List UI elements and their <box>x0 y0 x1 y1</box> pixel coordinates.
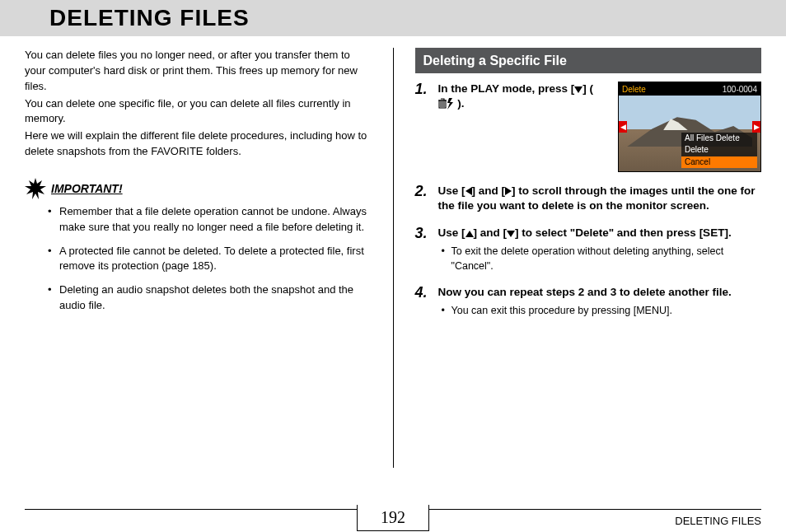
footer: 192 DELETING FILES <box>25 509 761 527</box>
important-label: IMPORTANT! <box>51 180 123 197</box>
intro-p2: You can delete one specific file, or you… <box>25 96 372 128</box>
step-1: 1. In the PLAY mode, press [] ( ). Delet… <box>415 82 762 172</box>
page-number: 192 <box>357 505 429 531</box>
intro-p3: Here we will explain the different file … <box>25 128 372 160</box>
important-item: Deleting an audio snapshot deletes both … <box>48 282 372 314</box>
cam-menu-item: Delete <box>681 144 757 156</box>
burst-icon <box>25 178 46 199</box>
up-triangle-icon <box>466 231 474 237</box>
important-box: IMPORTANT! Remember that a file delete o… <box>25 178 372 314</box>
intro-text: You can delete files you no longer need,… <box>25 48 372 160</box>
step2-instruction: Use [] and [] to scroll through the imag… <box>438 184 762 213</box>
important-list: Remember that a file delete operation ca… <box>25 204 372 314</box>
step-3: 3. Use [] and [] to select "Delete" and … <box>415 226 762 273</box>
cam-next-icon: ▶ <box>752 121 760 133</box>
step-number: 4. <box>415 285 432 318</box>
left-triangle-icon <box>466 187 472 195</box>
step1-instruction: In the PLAY mode, press [] ( ). <box>438 82 606 111</box>
step4-note: You can exit this procedure by pressing … <box>442 303 762 318</box>
page-title: DELETING FILES <box>16 5 770 31</box>
step-number: 1. <box>415 82 432 172</box>
step-4: 4. Now you can repeat steps 2 and 3 to d… <box>415 285 762 318</box>
svg-marker-0 <box>25 178 46 199</box>
important-item: Remember that a file delete operation ca… <box>48 204 372 236</box>
footer-label: DELETING FILES <box>675 515 761 527</box>
trash-lightning-icon <box>438 97 455 110</box>
section-heading: Deleting a Specific File <box>415 48 762 73</box>
cam-delete-menu: All Files Delete Delete Cancel <box>681 133 757 169</box>
cam-menu-title: Delete <box>622 84 646 96</box>
camera-screenshot: Delete 100-0004 ◀ ▶ All Files Delete <box>618 82 761 172</box>
step3-instruction: Use [] and [] to select "Delete" and the… <box>438 226 762 240</box>
step-number: 3. <box>415 226 432 273</box>
svg-marker-2 <box>447 98 453 110</box>
cam-menu-item-selected: Cancel <box>681 156 757 169</box>
title-bar: DELETING FILES <box>0 0 786 36</box>
cam-menu-item: All Files Delete <box>681 133 757 145</box>
step4-instruction: Now you can repeat steps 2 and 3 to dele… <box>438 285 762 300</box>
cam-prev-icon: ◀ <box>619 121 627 133</box>
cam-file-index: 100-0004 <box>723 84 757 96</box>
important-item: A protected file cannot be deleted. To d… <box>48 244 372 275</box>
down-triangle-icon <box>507 231 515 237</box>
step3-note: To exit the delete operation without del… <box>442 244 762 273</box>
down-triangle-icon <box>574 86 582 93</box>
step-number: 2. <box>415 184 432 213</box>
step-2: 2. Use [] and [] to scroll through the i… <box>415 184 762 213</box>
right-triangle-icon <box>505 187 512 195</box>
right-column: Deleting a Specific File 1. In the PLAY … <box>415 48 762 468</box>
left-column: You can delete files you no longer need,… <box>25 48 394 468</box>
intro-p1: You can delete files you no longer need,… <box>25 48 372 95</box>
